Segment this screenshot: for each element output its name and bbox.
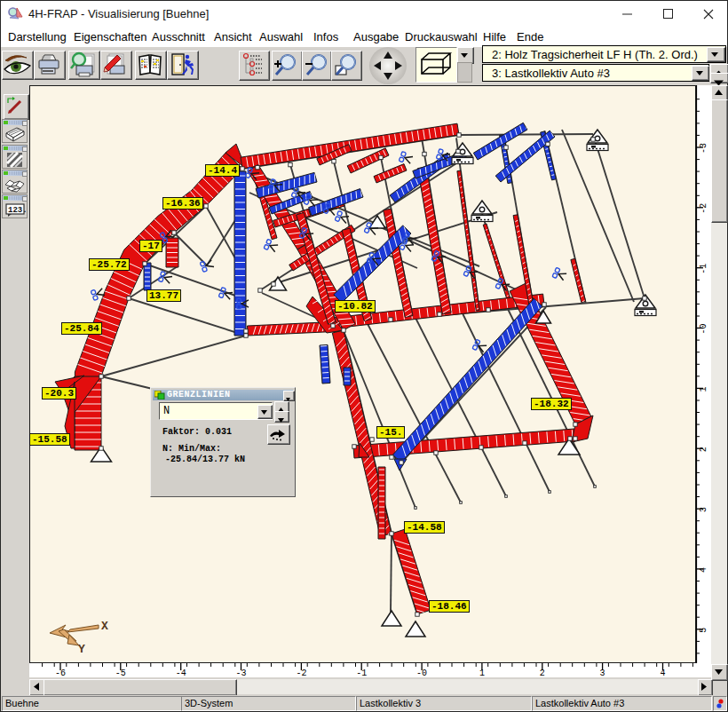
svg-text:-5: -5: [115, 668, 126, 677]
svg-text:-6: -6: [55, 668, 66, 677]
svg-text:-4: -4: [176, 668, 186, 677]
svg-text:3: 3: [600, 668, 605, 677]
svg-text:-1: -1: [699, 264, 708, 274]
svg-text:-1: -1: [356, 668, 367, 677]
svg-text:4: 4: [699, 567, 708, 573]
svg-text:3: 3: [699, 507, 708, 512]
svg-text:-2: -2: [699, 203, 708, 214]
svg-text:-2: -2: [296, 668, 306, 677]
svg-text:4: 4: [660, 668, 665, 677]
svg-text:5: 5: [699, 628, 708, 633]
svg-text:1: 1: [699, 386, 708, 392]
svg-text:2: 2: [540, 668, 545, 677]
svg-text:1: 1: [479, 668, 485, 677]
svg-text:-3: -3: [699, 143, 708, 154]
svg-text:123.: 123.: [8, 206, 27, 215]
svg-text:2: 2: [699, 447, 708, 452]
svg-text:-3: -3: [235, 668, 246, 677]
svg-text:-0: -0: [416, 668, 427, 677]
svg-text:-0: -0: [699, 323, 708, 334]
svg-text:Y: Y: [78, 643, 85, 656]
svg-text:X: X: [101, 620, 108, 633]
